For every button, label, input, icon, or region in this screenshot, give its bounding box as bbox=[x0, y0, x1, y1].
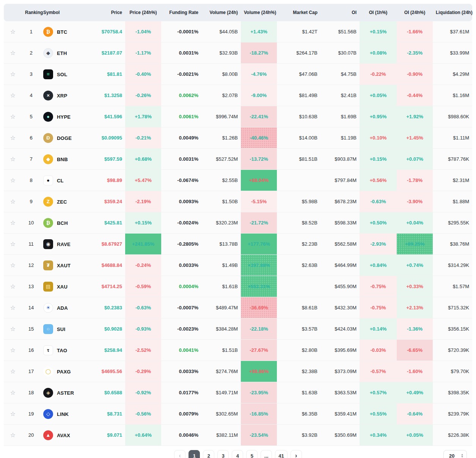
favorite-cell: ☆ bbox=[4, 297, 22, 318]
price-24h-pct-cell: -0.59% bbox=[125, 276, 161, 297]
favorite-cell: ☆ bbox=[4, 191, 22, 212]
table-row: ☆ 16 τTAO $258.94 -2.52% 0.0041% $1.51B … bbox=[4, 340, 472, 361]
header-symbol[interactable]: Symbol bbox=[40, 4, 97, 21]
symbol-cell: ◆BNB bbox=[40, 149, 97, 170]
favorite-star-icon[interactable]: ☆ bbox=[10, 284, 16, 290]
liquidation-24h-cell: $295.55K bbox=[433, 212, 472, 234]
table-body: ☆ 1 ₿BTC $70758.4 -1.04% -0.0001% $44.05… bbox=[4, 21, 472, 446]
favorite-star-icon[interactable]: ☆ bbox=[10, 241, 16, 247]
symbol-label: AVAX bbox=[57, 432, 70, 438]
favorite-star-icon[interactable]: ☆ bbox=[10, 199, 16, 205]
oi-1h-pct-cell: +0.95% bbox=[360, 106, 397, 127]
funding-rate-cell: -0.0021% bbox=[161, 64, 201, 85]
market-cap-cell: $2.80B bbox=[277, 340, 320, 361]
ranking-cell: 4 bbox=[22, 85, 40, 106]
page-number-button[interactable]: 2 bbox=[203, 450, 214, 458]
header-oi[interactable]: OI bbox=[320, 4, 360, 21]
oi-24h-pct-cell: +1.92% bbox=[397, 106, 433, 127]
market-cap-cell: $1.42T bbox=[277, 21, 320, 42]
oi-cell: $562.58M bbox=[320, 234, 360, 255]
page-size-select[interactable]: 20 ▲▼ bbox=[443, 450, 467, 458]
favorite-star-icon[interactable]: ☆ bbox=[10, 71, 16, 77]
favorite-star-icon[interactable]: ☆ bbox=[10, 156, 16, 162]
symbol-cell: ≡SOL bbox=[40, 64, 97, 85]
favorite-star-icon[interactable]: ☆ bbox=[10, 305, 16, 311]
favorite-star-icon[interactable]: ☆ bbox=[10, 220, 16, 226]
favorite-star-icon[interactable]: ☆ bbox=[10, 50, 16, 56]
next-page-button[interactable]: › bbox=[291, 450, 302, 458]
header-oi-24h-pct[interactable]: OI (24h%) bbox=[397, 4, 433, 21]
oi-24h-pct-cell: -0.44% bbox=[397, 85, 433, 106]
oi-cell: $4.75B bbox=[320, 64, 360, 85]
page-size-stepper-icon[interactable]: ▲▼ bbox=[461, 453, 463, 458]
oi-1h-pct-cell: -0.75% bbox=[360, 276, 397, 297]
favorite-star-icon[interactable]: ☆ bbox=[10, 326, 16, 332]
liquidation-24h-cell: $37.61M bbox=[433, 21, 472, 42]
header-market-cap[interactable]: Market Cap bbox=[277, 4, 320, 21]
header-price-24h[interactable]: Price (24h%) bbox=[125, 4, 161, 21]
favorite-star-icon[interactable]: ☆ bbox=[10, 411, 16, 417]
header-ranking[interactable]: Ranking bbox=[22, 4, 40, 21]
table-row: ☆ 9 ZZEC $359.24 -2.19% 0.0093% $1.50B -… bbox=[4, 191, 472, 212]
favorite-star-icon[interactable]: ☆ bbox=[10, 29, 16, 35]
header-liquidation-24h[interactable]: Liquidation (24h) bbox=[433, 4, 472, 21]
page-number-button[interactable]: 5 bbox=[246, 450, 258, 458]
favorite-cell: ☆ bbox=[4, 42, 22, 64]
funding-rate-cell: -0.0001% bbox=[161, 21, 201, 42]
favorite-star-icon[interactable]: ☆ bbox=[10, 114, 16, 120]
volume-24h-pct-cell: -13.72% bbox=[241, 149, 277, 170]
header-funding-rate[interactable]: Funding Rate bbox=[161, 4, 201, 21]
page-number-button[interactable]: ... bbox=[261, 450, 272, 458]
oi-cell: $363.53M bbox=[320, 382, 360, 403]
price-cell: $2187.07 bbox=[97, 42, 125, 64]
price-cell: $4714.25 bbox=[97, 276, 125, 297]
favorite-cell: ☆ bbox=[4, 382, 22, 403]
oi-24h-pct-cell: +0.33% bbox=[397, 276, 433, 297]
favorite-star-icon[interactable]: ☆ bbox=[10, 135, 16, 141]
favorite-star-icon[interactable]: ☆ bbox=[10, 93, 16, 99]
header-price[interactable]: Price bbox=[97, 4, 125, 21]
price-cell: $597.59 bbox=[97, 149, 125, 170]
page-number-button[interactable]: 3 bbox=[217, 450, 229, 458]
symbol-cell: ◇LINK bbox=[40, 403, 97, 425]
favorite-star-icon[interactable]: ☆ bbox=[10, 432, 16, 438]
header-oi-1h-pct[interactable]: OI (1h%) bbox=[360, 4, 397, 21]
oi-24h-pct-cell: -1.78% bbox=[397, 170, 433, 191]
favorite-star-icon[interactable]: ☆ bbox=[10, 369, 16, 375]
header-volume-24h-pct[interactable]: Volume (24h%) bbox=[241, 4, 277, 21]
symbol-label: HYPE bbox=[57, 114, 71, 119]
ranking-cell: 14 bbox=[22, 297, 40, 318]
page-number-button[interactable]: 4 bbox=[232, 450, 243, 458]
favorite-star-icon[interactable]: ☆ bbox=[10, 390, 16, 396]
coin-icon: ◈ bbox=[43, 388, 53, 398]
symbol-cell: ₿BCH bbox=[40, 212, 97, 234]
ranking-cell: 10 bbox=[22, 212, 40, 234]
table-row: ☆ 2 ◆ETH $2187.07 -1.17% 0.0031% $32.93B… bbox=[4, 42, 472, 64]
liquidation-24h-cell: $398.35K bbox=[433, 382, 472, 403]
volume-24h-pct-cell: -4.76% bbox=[241, 64, 277, 85]
price-cell: $1.3258 bbox=[97, 85, 125, 106]
price-cell: $9.071 bbox=[97, 425, 125, 446]
price-24h-pct-cell: -0.93% bbox=[125, 318, 161, 340]
liquidation-24h-cell: $1.11M bbox=[433, 127, 472, 149]
volume-24h-cell: $2.55B bbox=[201, 170, 241, 191]
page-number-button[interactable]: 1 bbox=[189, 450, 200, 458]
liquidation-24h-cell: $239.79K bbox=[433, 403, 472, 425]
header-volume-24h[interactable]: Volume (24h) bbox=[201, 4, 241, 21]
page-number-button[interactable]: 41 bbox=[275, 450, 287, 458]
favorite-star-icon[interactable]: ☆ bbox=[10, 262, 16, 268]
funding-rate-cell: 0.0062% bbox=[161, 85, 201, 106]
symbol-label: DOGE bbox=[57, 135, 72, 141]
price-24h-pct-cell: -2.52% bbox=[125, 340, 161, 361]
volume-24h-cell: $13.78B bbox=[201, 234, 241, 255]
liquidation-24h-cell: $1.88M bbox=[433, 191, 472, 212]
table-row: ☆ 1 ₿BTC $70758.4 -1.04% -0.0001% $44.05… bbox=[4, 21, 472, 42]
favorite-star-icon[interactable]: ☆ bbox=[10, 177, 16, 184]
prev-page-button[interactable]: ‹ bbox=[174, 450, 185, 458]
favorite-cell: ☆ bbox=[4, 403, 22, 425]
symbol-label: ASTER bbox=[57, 390, 74, 395]
favorite-star-icon[interactable]: ☆ bbox=[10, 347, 16, 353]
liquidation-24h-cell: $38.76M bbox=[433, 234, 472, 255]
price-cell: $8.731 bbox=[97, 403, 125, 425]
oi-24h-pct-cell: -1.36% bbox=[397, 318, 433, 340]
